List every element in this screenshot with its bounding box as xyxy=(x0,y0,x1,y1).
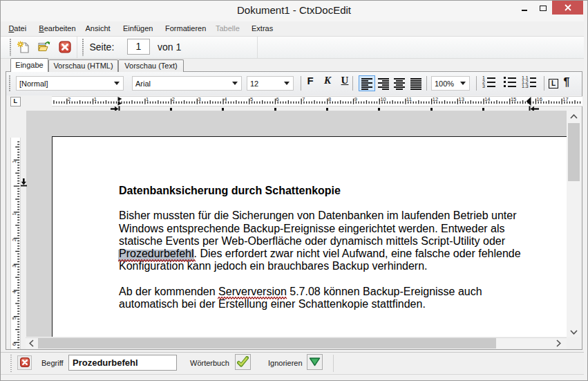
svg-text:16: 16 xyxy=(537,96,542,102)
svg-text:6: 6 xyxy=(276,96,279,102)
svg-text:2: 2 xyxy=(172,96,175,102)
svg-text:5: 5 xyxy=(11,317,17,319)
svg-text:10: 10 xyxy=(380,96,386,102)
svg-text:12: 12 xyxy=(433,96,438,102)
svg-text:4: 4 xyxy=(11,290,17,293)
svg-text:13: 13 xyxy=(459,96,464,102)
svg-text:3: 3 xyxy=(198,96,201,102)
svg-text:17: 17 xyxy=(562,96,568,102)
svg-text:11: 11 xyxy=(406,96,412,102)
svg-text:8: 8 xyxy=(328,96,331,102)
svg-text:1: 1 xyxy=(11,212,17,215)
svg-text:1: 1 xyxy=(94,96,97,102)
svg-text:14: 14 xyxy=(484,96,490,102)
svg-text:1: 1 xyxy=(146,96,149,102)
svg-text:7: 7 xyxy=(302,96,305,102)
svg-text:6: 6 xyxy=(11,343,17,346)
svg-text:9: 9 xyxy=(354,96,357,102)
svg-text:3: 3 xyxy=(11,265,17,268)
svg-text:4: 4 xyxy=(224,96,227,102)
svg-text:15: 15 xyxy=(511,96,516,102)
svg-text:2: 2 xyxy=(68,96,70,102)
svg-text:1: 1 xyxy=(11,160,17,163)
svg-text:2: 2 xyxy=(11,239,17,241)
svg-text:5: 5 xyxy=(250,96,253,102)
